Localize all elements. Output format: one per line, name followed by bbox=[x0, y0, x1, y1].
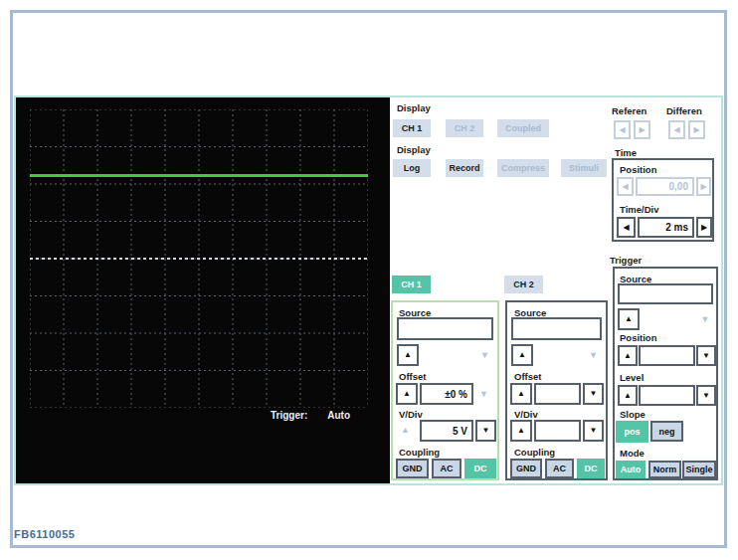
trigger-source-field[interactable] bbox=[618, 283, 713, 304]
mode-auto-button[interactable]: Auto bbox=[616, 461, 646, 478]
compress-button[interactable]: Compress bbox=[497, 159, 549, 177]
reference-prev-button[interactable]: ◀ bbox=[614, 120, 631, 139]
trigger-mode-label: Mode bbox=[620, 448, 645, 459]
figure-id: FB6110055 bbox=[14, 528, 75, 540]
ch1-coupling-gnd-button[interactable]: GND bbox=[396, 459, 429, 478]
trigger-status-value: Auto bbox=[327, 410, 350, 421]
ch2-select-button[interactable]: CH 2 bbox=[504, 276, 543, 293]
ch2-source-up-button[interactable]: ▲ bbox=[511, 344, 533, 366]
ch2-coupling-dc-button[interactable]: DC bbox=[577, 459, 605, 478]
time-div-label: Time/Div bbox=[620, 204, 658, 215]
ch1-vdiv-down-button[interactable]: ▼ bbox=[475, 420, 496, 442]
ch1-source-field[interactable] bbox=[397, 317, 493, 340]
ch1-offset-down-button[interactable]: ▼ bbox=[475, 386, 492, 403]
up-triangle-icon: ▲ bbox=[401, 426, 410, 435]
time-group: Position ◀ 0,00 ▶ Time/Div ◀ 2 ms ▶ bbox=[612, 158, 714, 242]
oscilloscope-screen: Trigger: Auto bbox=[16, 97, 390, 483]
left-triangle-icon: ◀ bbox=[622, 183, 628, 191]
ch2-offset-down-button[interactable]: ▼ bbox=[583, 383, 604, 405]
ch2-coupling-gnd-button[interactable]: GND bbox=[510, 459, 542, 478]
ch2-offset-field[interactable] bbox=[534, 383, 581, 405]
ch1-offset-label: Offset bbox=[399, 371, 426, 382]
ch1-coupling-ac-button[interactable]: AC bbox=[432, 459, 461, 478]
right-triangle-icon: ▶ bbox=[639, 126, 645, 134]
slope-pos-button[interactable]: pos bbox=[616, 421, 648, 443]
time-div-increment-button[interactable]: ▶ bbox=[696, 217, 712, 238]
right-triangle-icon: ▶ bbox=[701, 224, 707, 232]
display-modes-label: Display bbox=[397, 144, 431, 155]
up-triangle-icon: ▲ bbox=[404, 351, 412, 359]
stimuli-button[interactable]: Stimuli bbox=[561, 159, 607, 177]
time-position-decrement-button[interactable]: ◀ bbox=[617, 177, 634, 196]
slope-neg-button[interactable]: neg bbox=[650, 421, 683, 442]
right-triangle-icon: ▶ bbox=[693, 126, 699, 134]
trigger-source-up-button[interactable]: ▲ bbox=[618, 308, 640, 330]
trigger-status-label: Trigger: bbox=[271, 410, 307, 421]
down-triangle-icon: ▼ bbox=[590, 427, 598, 435]
down-triangle-icon: ▼ bbox=[479, 390, 488, 399]
right-triangle-icon: ▶ bbox=[700, 183, 706, 191]
time-div-decrement-button[interactable]: ◀ bbox=[617, 217, 636, 238]
log-button[interactable]: Log bbox=[393, 159, 431, 177]
time-position-field[interactable]: 0,00 bbox=[636, 177, 694, 196]
reference-label: Referen bbox=[612, 105, 646, 116]
scope-grid bbox=[30, 109, 368, 408]
differential-next-button[interactable]: ▶ bbox=[688, 120, 705, 139]
record-button[interactable]: Record bbox=[446, 159, 483, 177]
ch1-coupling-label: Coupling bbox=[399, 447, 440, 458]
up-triangle-icon: ▲ bbox=[403, 390, 411, 398]
time-div-field[interactable]: 2 ms bbox=[638, 217, 694, 238]
ch2-source-field[interactable] bbox=[511, 317, 602, 340]
time-position-increment-button[interactable]: ▶ bbox=[696, 177, 711, 196]
differential-prev-button[interactable]: ◀ bbox=[668, 120, 685, 139]
mode-norm-button[interactable]: Norm bbox=[648, 461, 681, 478]
ch1-source-down-button[interactable]: ▼ bbox=[476, 347, 493, 364]
ch2-coupling-ac-button[interactable]: AC bbox=[545, 459, 574, 478]
up-triangle-icon: ▲ bbox=[518, 351, 526, 359]
mode-single-button[interactable]: Single bbox=[682, 461, 716, 478]
ch1-group: Source ▲ ▼ Offset ▲ ±0 % ▼ V/Div ▲ 5 V ▼… bbox=[391, 300, 499, 480]
ch1-vdiv-up-button[interactable]: ▲ bbox=[397, 422, 414, 439]
left-triangle-icon: ◀ bbox=[623, 224, 629, 232]
ch2-vdiv-label: V/Div bbox=[514, 409, 538, 420]
trigger-group: Source ▲ ▼ Position ▲ ▼ Level ▲ ▼ Slope … bbox=[613, 267, 718, 480]
trigger-level-field[interactable] bbox=[639, 385, 695, 406]
trigger-source-down-button[interactable]: ▼ bbox=[696, 311, 714, 328]
ch2-vdiv-down-button[interactable]: ▼ bbox=[583, 420, 604, 442]
down-triangle-icon: ▼ bbox=[702, 392, 710, 400]
ch1-select-button[interactable]: CH 1 bbox=[392, 276, 431, 293]
display-coupled-button[interactable]: Coupled bbox=[497, 119, 549, 137]
ch2-source-down-button[interactable]: ▼ bbox=[585, 347, 602, 364]
ch1-vdiv-field[interactable]: 5 V bbox=[420, 420, 473, 442]
reference-next-button[interactable]: ▶ bbox=[634, 120, 650, 139]
ch1-offset-field[interactable]: ±0 % bbox=[420, 383, 473, 405]
down-triangle-icon: ▼ bbox=[589, 351, 598, 360]
trigger-level-down-button[interactable]: ▼ bbox=[696, 385, 716, 406]
trigger-position-up-button[interactable]: ▲ bbox=[618, 345, 638, 366]
left-triangle-icon: ◀ bbox=[673, 126, 679, 134]
down-triangle-icon: ▼ bbox=[480, 351, 489, 360]
display-ch2-button[interactable]: CH 2 bbox=[446, 119, 483, 137]
display-channels-label: Display bbox=[397, 102, 431, 113]
ch2-offset-up-button[interactable]: ▲ bbox=[510, 383, 532, 405]
trigger-label: Trigger bbox=[610, 255, 642, 266]
instrument-panel: Trigger: Auto Display CH 1 CH 2 Coupled … bbox=[14, 95, 723, 485]
down-triangle-icon: ▼ bbox=[482, 427, 490, 435]
trigger-position-down-button[interactable]: ▼ bbox=[696, 345, 716, 366]
ch2-vdiv-up-button[interactable]: ▲ bbox=[510, 420, 532, 442]
ch1-offset-up-button[interactable]: ▲ bbox=[396, 383, 418, 405]
ch2-vdiv-field[interactable] bbox=[534, 420, 581, 442]
up-triangle-icon: ▲ bbox=[624, 392, 632, 400]
trigger-position-field[interactable] bbox=[639, 345, 695, 366]
ch1-source-up-button[interactable]: ▲ bbox=[397, 344, 419, 366]
down-triangle-icon: ▼ bbox=[702, 352, 710, 360]
ch1-vdiv-label: V/Div bbox=[399, 409, 423, 420]
time-label: Time bbox=[615, 147, 637, 158]
trigger-position-label: Position bbox=[620, 332, 656, 343]
ch2-group: Source ▲ ▼ Offset ▲ ▼ V/Div ▲ ▼ Coupling… bbox=[505, 300, 608, 480]
trigger-level-up-button[interactable]: ▲ bbox=[618, 385, 638, 406]
differential-label: Differen bbox=[666, 105, 702, 116]
ch2-coupling-label: Coupling bbox=[514, 447, 555, 458]
display-ch1-button[interactable]: CH 1 bbox=[393, 119, 431, 137]
ch1-coupling-dc-button[interactable]: DC bbox=[464, 459, 496, 478]
